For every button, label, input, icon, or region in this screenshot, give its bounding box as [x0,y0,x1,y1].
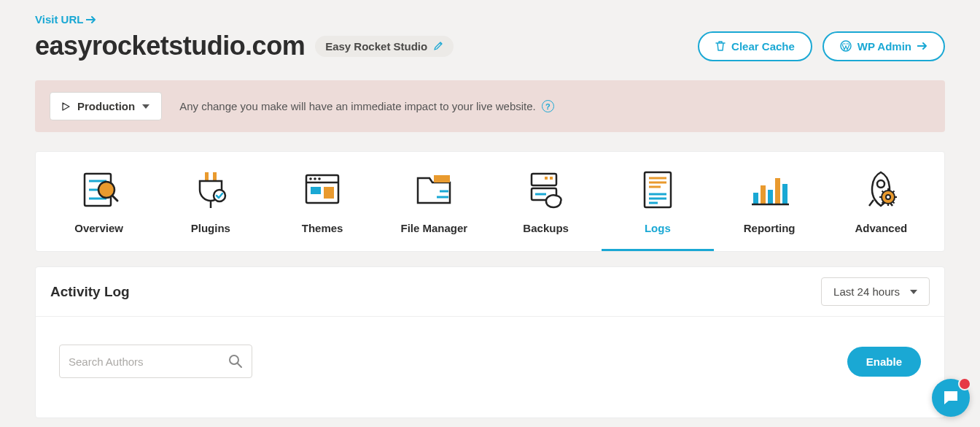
svg-rect-36 [775,178,780,204]
environment-select[interactable]: Production [50,92,162,120]
arrow-right-icon [917,42,928,50]
svg-rect-23 [545,177,548,180]
tab-file-manager[interactable]: File Manager [378,168,490,251]
tab-label: File Manager [401,222,468,234]
plugins-icon [189,168,233,212]
tab-label: Reporting [744,222,796,234]
environment-notice: Production Any change you make will have… [35,80,945,132]
search-input[interactable] [69,355,222,368]
svg-rect-17 [324,187,334,199]
environment-label: Production [77,100,135,112]
svg-rect-33 [753,193,758,204]
svg-rect-34 [761,185,766,204]
svg-line-47 [893,202,895,204]
chat-fab[interactable] [932,379,970,417]
panel-title: Activity Log [50,284,130,300]
play-icon [62,102,70,111]
clear-cache-label: Clear Cache [731,40,795,53]
wp-admin-button[interactable]: WP Admin [822,31,945,61]
svg-line-48 [882,202,884,204]
site-name-label: Easy Rocket Studio [325,40,427,53]
backups-icon [524,168,568,212]
svg-rect-37 [782,184,788,204]
tab-label: Logs [645,222,671,234]
logs-icon [636,168,680,212]
chat-icon [941,388,960,407]
advanced-icon [859,168,903,212]
svg-point-15 [318,177,321,180]
svg-point-39 [877,180,884,188]
tab-reporting[interactable]: Reporting [714,168,825,251]
svg-point-50 [230,355,238,364]
svg-point-41 [886,195,890,199]
tab-advanced[interactable]: Advanced [825,168,937,251]
svg-line-46 [882,191,884,193]
tab-label: Plugins [191,222,230,234]
search-icon [228,354,243,369]
activity-log-panel: Activity Log Last 24 hours Enable [35,266,945,418]
svg-line-51 [238,363,241,367]
svg-point-14 [314,177,316,180]
clear-cache-button[interactable]: Clear Cache [698,31,812,61]
svg-rect-18 [434,175,450,182]
page-title: easyrocketstudio.com [35,31,305,61]
wp-admin-label: WP Admin [858,40,911,53]
svg-point-13 [309,177,312,180]
overview-icon [77,168,121,212]
svg-line-6 [112,196,117,201]
arrow-right-icon [86,15,96,24]
tab-label: Backups [523,222,569,234]
tab-label: Overview [74,222,123,234]
file-manager-icon [412,168,456,212]
chevron-down-icon [142,104,149,109]
tab-logs[interactable]: Logs [602,168,713,251]
notice-text: Any change you make will have an immedia… [179,100,536,112]
enable-button[interactable]: Enable [847,347,921,377]
themes-icon [300,168,344,212]
tab-strip: Overview Plugins [35,151,945,252]
visit-url-label: Visit URL [35,13,83,26]
svg-line-49 [893,191,895,193]
wordpress-icon [840,40,852,52]
search-authors-box[interactable] [59,345,252,378]
visit-url-link[interactable]: Visit URL [35,13,96,26]
reporting-icon [747,168,791,212]
svg-rect-35 [768,190,773,204]
time-range-label: Last 24 hours [833,285,900,298]
enable-label: Enable [866,355,902,368]
svg-rect-7 [205,172,209,181]
svg-rect-8 [213,172,217,181]
tab-label: Advanced [855,222,908,234]
tab-plugins[interactable]: Plugins [155,168,266,251]
tab-themes[interactable]: Themes [267,168,378,251]
svg-rect-16 [311,187,321,194]
pencil-icon [433,41,443,51]
tab-backups[interactable]: Backups [490,168,602,251]
site-name-pill[interactable]: Easy Rocket Studio [315,36,454,57]
help-icon[interactable]: ? [542,100,554,112]
trash-icon [715,40,726,52]
tab-label: Themes [302,222,343,234]
time-range-select[interactable]: Last 24 hours [821,277,930,306]
chevron-down-icon [910,290,917,294]
svg-rect-24 [550,177,553,180]
tab-overview[interactable]: Overview [43,168,155,251]
